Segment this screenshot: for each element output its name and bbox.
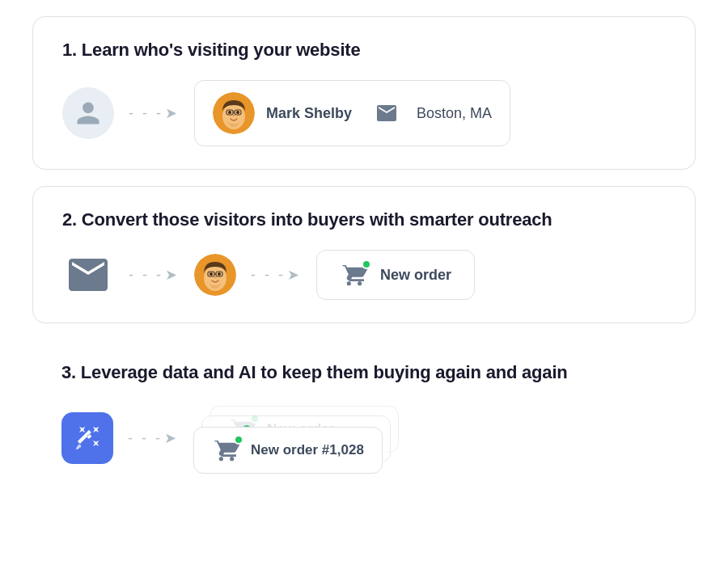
section-3-title: 3. Leverage data and AI to keep them buy…	[61, 362, 667, 383]
avatar-face-svg-2	[194, 254, 236, 296]
dashed-arrow-4: - - - ➤	[128, 429, 179, 447]
svg-point-7	[232, 115, 235, 116]
person-name: Mark Shelby	[266, 105, 352, 122]
section-2-card: 2. Convert those visitors into buyers wi…	[32, 186, 696, 323]
person-silhouette-icon	[74, 99, 102, 127]
stacked-orders-container: New order New order	[193, 427, 383, 474]
section-3-flow: - - - ➤ New order	[61, 403, 667, 474]
section-2-title: 2. Convert those visitors into buyers wi…	[62, 209, 666, 230]
svg-point-10	[210, 272, 213, 276]
order-front-label: New order #1,028	[251, 442, 364, 458]
section-1-title: 1. Learn who's visiting your website	[62, 40, 666, 61]
order-card-front: New order #1,028	[193, 427, 383, 474]
location-text: Boston, MA	[417, 105, 492, 122]
dashed-arrow-3: - - - ➤	[251, 266, 302, 284]
envelope-large-icon	[67, 259, 109, 291]
new-order-card: New order	[316, 250, 475, 300]
svg-point-11	[218, 272, 221, 276]
dashed-arrow-1: - - - ➤	[129, 104, 180, 122]
svg-point-2	[228, 111, 231, 114]
new-order-label: New order	[380, 267, 451, 284]
cart-dot-front	[234, 435, 243, 445]
cart-dot	[362, 259, 371, 269]
svg-point-15	[214, 276, 216, 278]
section-1-flow: - - - ➤	[62, 80, 666, 146]
dashed-arrow-2: - - - ➤	[129, 266, 180, 284]
cart-icon-wrap	[340, 262, 369, 288]
avatar-face-svg	[213, 92, 255, 134]
ai-wand-icon-wrap	[61, 412, 113, 464]
avatar-2	[194, 254, 236, 296]
anonymous-visitor-icon	[62, 87, 114, 139]
section-3: 3. Leverage data and AI to keep them buy…	[32, 340, 696, 496]
avatar	[213, 92, 255, 134]
envelope-icon	[376, 105, 397, 121]
section-2-flow: - - - ➤ - - - ➤	[62, 250, 666, 300]
magic-wand-icon	[74, 424, 101, 452]
section-1-card: 1. Learn who's visiting your website - -…	[32, 16, 696, 170]
svg-point-3	[236, 111, 239, 114]
email-send-icon	[62, 255, 114, 295]
email-icon	[376, 105, 397, 121]
profile-card: Mark Shelby Boston, MA	[194, 80, 510, 146]
cart-icon-front	[212, 437, 241, 463]
